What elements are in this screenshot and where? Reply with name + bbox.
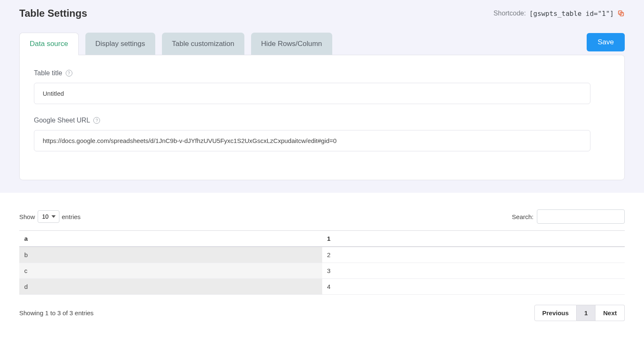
page-title: Table Settings bbox=[19, 8, 87, 19]
cell: 3 bbox=[322, 263, 625, 279]
cell: 2 bbox=[322, 247, 625, 263]
entries-select[interactable]: 10 bbox=[38, 210, 59, 223]
data-table: a 1 b 2 c 3 d 4 bbox=[19, 230, 625, 295]
copy-icon[interactable] bbox=[617, 10, 625, 17]
show-entries: Show 10 entries bbox=[19, 210, 81, 223]
help-icon[interactable]: ? bbox=[66, 70, 72, 77]
shortcode-label: Shortcode: bbox=[493, 10, 526, 17]
cell: d bbox=[19, 279, 322, 295]
column-header-a[interactable]: a bbox=[19, 231, 322, 247]
show-label-prefix: Show bbox=[19, 213, 35, 220]
shortcode-group: Shortcode: [gswpts_table id="1"] bbox=[493, 10, 625, 18]
cell: b bbox=[19, 247, 322, 263]
sheet-url-input[interactable] bbox=[34, 130, 590, 151]
next-button[interactable]: Next bbox=[595, 305, 625, 321]
column-header-1[interactable]: 1 bbox=[322, 231, 625, 247]
search-label: Search: bbox=[512, 213, 534, 220]
tab-hide-rows-column[interactable]: Hide Rows/Column bbox=[251, 33, 332, 55]
help-icon[interactable]: ? bbox=[93, 117, 100, 124]
tab-data-source[interactable]: Data source bbox=[19, 33, 79, 55]
cell: c bbox=[19, 263, 322, 279]
search-input[interactable] bbox=[537, 209, 625, 224]
tab-display-settings[interactable]: Display settings bbox=[85, 33, 155, 55]
save-button[interactable]: Save bbox=[587, 33, 625, 51]
show-label-suffix: entries bbox=[62, 213, 81, 220]
table-title-input[interactable] bbox=[34, 83, 590, 104]
sheet-url-label: Google Sheet URL bbox=[34, 117, 90, 124]
cell: 4 bbox=[322, 279, 625, 295]
tabs: Data source Display settings Table custo… bbox=[19, 33, 332, 55]
table-row: c 3 bbox=[19, 263, 625, 279]
page-1-button[interactable]: 1 bbox=[577, 305, 595, 321]
table-title-label: Table title bbox=[34, 69, 62, 77]
table-row: d 4 bbox=[19, 279, 625, 295]
pagination: Previous 1 Next bbox=[534, 305, 625, 321]
settings-panel: Table title ? Google Sheet URL ? bbox=[19, 55, 625, 180]
shortcode-value: [gswpts_table id="1"] bbox=[529, 10, 614, 18]
table-info: Showing 1 to 3 of 3 entries bbox=[19, 309, 94, 316]
table-row: b 2 bbox=[19, 247, 625, 263]
tab-table-customization[interactable]: Table customization bbox=[162, 33, 244, 55]
previous-button[interactable]: Previous bbox=[534, 305, 577, 321]
